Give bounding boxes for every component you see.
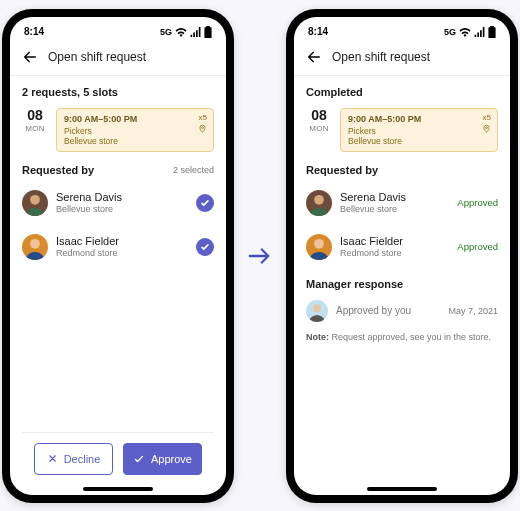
person-row[interactable]: Isaac Fielder Redmond store [22, 230, 214, 264]
shift-card[interactable]: 9:00 AM–5:00 PM Pickers Bellevue store x… [340, 108, 498, 152]
person-row[interactable]: Serena Davis Bellevue store [22, 186, 214, 220]
person-name: Serena Davis [56, 191, 188, 204]
decline-button[interactable]: Decline [34, 443, 113, 475]
location-icon [482, 124, 491, 133]
avatar [306, 234, 332, 260]
summary-title: 2 requests, 5 slots [22, 86, 214, 98]
status-bar: 8:14 5G [294, 17, 510, 43]
note-label: Note: [306, 332, 329, 342]
status-approved: Approved [457, 241, 498, 252]
shift-time: 9:00 AM–5:00 PM [348, 114, 490, 124]
shift-row: 08 MON 9:00 AM–5:00 PM Pickers Bellevue … [306, 108, 498, 152]
selected-check-icon[interactable] [196, 238, 214, 256]
person-location: Bellevue store [56, 204, 188, 214]
status-net: 5G [160, 27, 172, 37]
manager-row: Approved by you May 7, 2021 [306, 300, 498, 322]
page-title: Open shift request [332, 50, 430, 64]
person-row[interactable]: Serena Davis Bellevue store Approved [306, 186, 498, 220]
avatar [306, 300, 328, 322]
shift-time: 9:00 AM–5:00 PM [64, 114, 206, 124]
shift-card[interactable]: 9:00 AM–5:00 PM Pickers Bellevue store x… [56, 108, 214, 152]
wifi-icon [459, 27, 471, 37]
home-indicator [367, 487, 437, 491]
approve-button[interactable]: Approve [123, 443, 202, 475]
close-icon [47, 453, 58, 464]
requested-by-title: Requested by [22, 164, 94, 176]
date-number: 08 [311, 108, 327, 122]
svg-point-2 [30, 194, 40, 204]
status-bar: 8:14 5G [10, 17, 226, 43]
back-icon[interactable] [306, 49, 322, 65]
person-name: Isaac Fielder [56, 235, 188, 248]
check-icon [133, 453, 145, 465]
shift-role: Pickers [64, 126, 206, 136]
person-location: Redmond store [340, 248, 449, 258]
status-time: 8:14 [24, 26, 44, 37]
manager-note: Note: Request approved, see you in the s… [306, 332, 498, 344]
action-bar: Decline Approve [22, 432, 214, 485]
arrow-icon [248, 244, 272, 268]
summary-title: Completed [306, 86, 498, 98]
status-time: 8:14 [308, 26, 328, 37]
date-number: 08 [27, 108, 43, 122]
svg-point-0 [202, 126, 204, 128]
date-dow: MON [25, 124, 45, 133]
shift-qty: x5 [483, 113, 491, 122]
person-location: Bellevue store [340, 204, 449, 214]
person-name: Isaac Fielder [340, 235, 449, 248]
avatar [306, 190, 332, 216]
manager-date: May 7, 2021 [448, 306, 498, 316]
avatar [22, 190, 48, 216]
avatar [22, 234, 48, 260]
svg-point-11 [313, 304, 321, 312]
approve-label: Approve [151, 453, 192, 465]
signal-icon [190, 27, 201, 37]
phone-before: 8:14 5G Open shift request 2 requests, 5… [2, 9, 234, 503]
date-dow: MON [309, 124, 329, 133]
shift-location: Bellevue store [64, 136, 206, 146]
battery-icon [488, 26, 496, 38]
requested-by-title: Requested by [306, 164, 378, 176]
shift-location: Bellevue store [348, 136, 490, 146]
note-text: Request approved, see you in the store. [329, 332, 491, 342]
decline-label: Decline [64, 453, 101, 465]
selected-count: 2 selected [173, 165, 214, 175]
wifi-icon [175, 27, 187, 37]
shift-role: Pickers [348, 126, 490, 136]
phone-after: 8:14 5G Open shift request Completed 08 [286, 9, 518, 503]
shift-row: 08 MON 9:00 AM–5:00 PM Pickers Bellevue … [22, 108, 214, 152]
status-indicators: 5G [160, 26, 212, 38]
status-approved: Approved [457, 197, 498, 208]
back-icon[interactable] [22, 49, 38, 65]
home-indicator [83, 487, 153, 491]
date-column: 08 MON [22, 108, 48, 152]
manager-text: Approved by you [336, 305, 440, 316]
svg-point-5 [486, 126, 488, 128]
status-indicators: 5G [444, 26, 496, 38]
shift-qty: x5 [199, 113, 207, 122]
person-row[interactable]: Isaac Fielder Redmond store Approved [306, 230, 498, 264]
person-location: Redmond store [56, 248, 188, 258]
svg-point-7 [314, 194, 324, 204]
app-header: Open shift request [294, 43, 510, 76]
signal-icon [474, 27, 485, 37]
battery-icon [204, 26, 212, 38]
svg-point-9 [314, 238, 324, 248]
selected-check-icon[interactable] [196, 194, 214, 212]
manager-response-title: Manager response [306, 278, 498, 290]
page-title: Open shift request [48, 50, 146, 64]
svg-point-4 [30, 238, 40, 248]
location-icon [198, 124, 207, 133]
date-column: 08 MON [306, 108, 332, 152]
status-net: 5G [444, 27, 456, 37]
app-header: Open shift request [10, 43, 226, 76]
person-name: Serena Davis [340, 191, 449, 204]
